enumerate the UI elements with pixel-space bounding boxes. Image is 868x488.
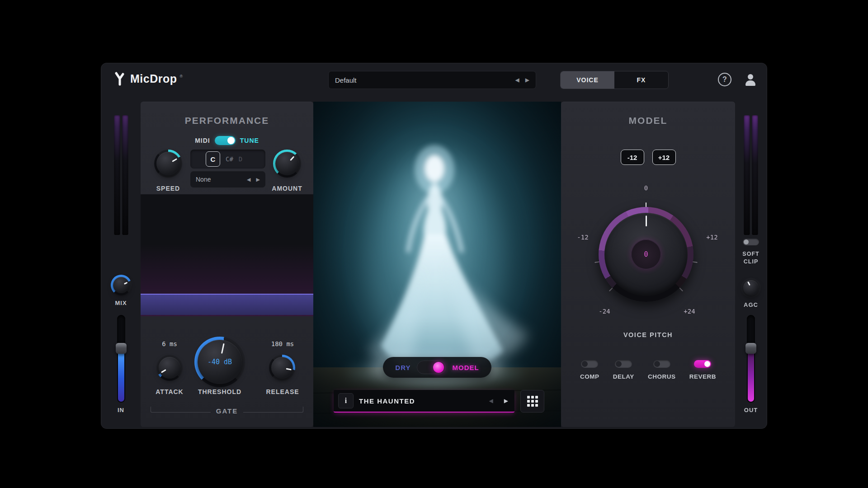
voice-pitch-knob[interactable]: 0: [599, 207, 693, 302]
model-next-icon[interactable]: ▶: [504, 398, 508, 404]
gate-bracket-left: [151, 407, 211, 413]
output-gain-handle[interactable]: [745, 343, 756, 354]
threshold-knob[interactable]: -40 dB: [194, 337, 245, 387]
input-rail: MIX IN: [101, 102, 141, 427]
soft-clip-label-line1: SOFT: [735, 251, 767, 257]
reverb-label: REVERB: [689, 373, 716, 380]
input-gain-slider[interactable]: [117, 315, 125, 403]
threshold-value: -40 dB: [194, 337, 245, 387]
speed-knob[interactable]: [154, 150, 182, 178]
content: MIX IN PERFORMANCE MIDI TUNE SPEED C: [101, 102, 767, 427]
input-meter-left: [114, 115, 120, 235]
ghost-artwork: [313, 102, 561, 427]
model-selector-row: i THE HAUNTED ◀ ▶: [334, 390, 544, 413]
model-title: MODEL: [561, 115, 735, 126]
scale-prev-icon[interactable]: ◀: [247, 177, 250, 183]
release-label: RELEASE: [262, 388, 303, 395]
gate-group: GATE: [151, 402, 303, 413]
note-current[interactable]: C: [206, 151, 220, 167]
brand-trademark: ®: [180, 74, 183, 79]
scale-value: None: [196, 176, 211, 183]
fx-toggle-row: COMP DELAY CHORUS REVERB: [580, 360, 716, 380]
note-selector[interactable]: C C# D: [190, 150, 265, 169]
pitch-value: 0: [631, 239, 661, 269]
delay-label: DELAY: [613, 373, 634, 380]
help-button[interactable]: ?: [718, 73, 731, 86]
preset-value: Default: [335, 76, 357, 84]
gate-bracket-right: [243, 407, 303, 413]
gate-label: GATE: [216, 407, 238, 415]
brand: MicDrop ®: [114, 71, 183, 86]
reverb-toggle[interactable]: [694, 360, 711, 368]
mix-label: MIX: [101, 300, 141, 306]
output-meter-right: [752, 115, 758, 235]
release-value: 180 ms: [262, 340, 303, 347]
mix-knob[interactable]: [111, 275, 132, 296]
delay-toggle[interactable]: [615, 360, 632, 368]
preset-selector[interactable]: Default ◀ ▶: [328, 71, 536, 89]
threshold-label: THRESHOLD: [194, 388, 245, 395]
pitch-scale-plus12: +12: [702, 234, 722, 241]
agc-knob[interactable]: [741, 278, 761, 298]
pitch-step-buttons: -12 +12: [561, 150, 735, 165]
model-selector[interactable]: i THE HAUNTED ◀ ▶: [334, 390, 514, 413]
top-bar: MicDrop ® Default ◀ ▶ VOICE FX ?: [101, 63, 767, 97]
brand-icon: [114, 71, 126, 86]
input-gain-handle[interactable]: [116, 343, 127, 354]
tab-voice[interactable]: VOICE: [561, 71, 614, 89]
out-label: OUT: [735, 407, 767, 413]
soft-clip-toggle[interactable]: [743, 239, 759, 245]
output-meters: [744, 115, 758, 235]
model-prev-icon[interactable]: ◀: [489, 398, 493, 404]
amount-knob[interactable]: [273, 150, 301, 178]
model-name: THE HAUNTED: [359, 397, 484, 405]
preset-next-icon[interactable]: ▶: [525, 77, 529, 83]
midi-tune-toggle[interactable]: [215, 136, 236, 145]
pitch-plus-button[interactable]: +12: [652, 150, 676, 165]
dry-label: DRY: [395, 364, 410, 371]
model-toggle-label: MODEL: [452, 364, 479, 371]
performance-panel: PERFORMANCE MIDI TUNE SPEED C C# D None: [141, 102, 313, 427]
brand-name: MicDrop: [130, 72, 177, 85]
output-gain-fill: [748, 349, 754, 402]
preset-prev-icon[interactable]: ◀: [515, 77, 519, 83]
attack-value: 6 ms: [149, 340, 190, 347]
voice-pitch-label: VOICE PITCH: [561, 331, 735, 338]
input-gain-fill: [118, 349, 124, 402]
pitch-minus-button[interactable]: -12: [621, 150, 644, 165]
in-label: IN: [101, 407, 141, 413]
attack-label: ATTACK: [149, 388, 190, 395]
model-browser-button[interactable]: [520, 390, 544, 413]
comp-toggle[interactable]: [581, 360, 598, 368]
output-gain-slider[interactable]: [747, 315, 755, 403]
performance-title: PERFORMANCE: [141, 115, 313, 126]
scale-next-icon[interactable]: ▶: [256, 177, 260, 183]
note-next: C#: [226, 155, 233, 163]
pitch-scale-minus24: -24: [594, 308, 614, 315]
attack-knob[interactable]: [156, 355, 183, 381]
account-icon[interactable]: [743, 73, 758, 87]
input-meters: [114, 115, 128, 235]
tune-display-band: [141, 294, 313, 315]
dry-model-toggle-group: DRY MODEL: [383, 357, 491, 378]
chorus-label: CHORUS: [648, 373, 676, 380]
output-rail: SOFT CLIP AGC OUT: [735, 102, 767, 427]
midi-tune-row: MIDI TUNE: [141, 136, 313, 145]
note-after-next: D: [239, 155, 242, 163]
amount-label: AMOUNT: [264, 185, 311, 192]
screen: MicDrop ® Default ◀ ▶ VOICE FX ?: [0, 0, 868, 488]
release-knob[interactable]: [269, 355, 295, 381]
info-button[interactable]: i: [338, 393, 354, 408]
plugin-window: MicDrop ® Default ◀ ▶ VOICE FX ?: [101, 63, 767, 428]
agc-label: AGC: [735, 301, 767, 308]
chorus-toggle[interactable]: [653, 360, 670, 368]
pitch-scale-plus24: +24: [679, 308, 699, 315]
pitch-scale-minus12: -12: [573, 234, 593, 241]
model-panel: MODEL -12 +12 0 0 -12 +12 -24 +24 VOIC: [561, 102, 735, 427]
tab-fx[interactable]: FX: [614, 71, 668, 89]
scale-dropdown[interactable]: None ◀ ▶: [190, 171, 265, 188]
output-meter-left: [744, 115, 750, 235]
dry-model-switch[interactable]: [417, 361, 446, 374]
speed-label: SPEED: [145, 185, 191, 192]
tune-display: [141, 194, 313, 316]
